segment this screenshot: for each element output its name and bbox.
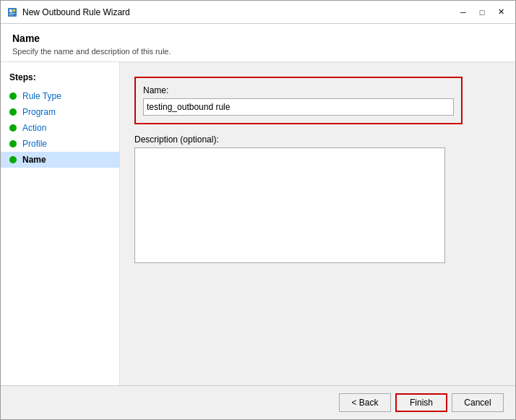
close-button[interactable]: ✕	[492, 4, 509, 20]
sidebar-item-profile[interactable]: Profile	[1, 136, 119, 152]
window-controls: ─ □ ✕	[455, 4, 509, 20]
window-icon	[7, 7, 18, 18]
step-dot-profile	[9, 140, 17, 147]
sidebar-label-action: Action	[22, 123, 46, 133]
step-dot-name	[9, 156, 17, 163]
description-textarea[interactable]	[134, 147, 445, 263]
footer: < Back Finish Cancel	[1, 385, 515, 419]
svg-rect-1	[9, 9, 12, 12]
main-content: Name: Description (optional):	[120, 62, 515, 385]
sidebar-item-name[interactable]: Name	[1, 152, 119, 168]
finish-button[interactable]: Finish	[395, 393, 447, 412]
svg-rect-3	[9, 13, 15, 14]
sidebar-label-profile: Profile	[22, 139, 47, 149]
step-dot-ruletype	[9, 93, 17, 100]
page-header: Name Specify the name and description of…	[1, 24, 515, 62]
maximize-button[interactable]: □	[473, 4, 491, 20]
window-title: New Outbound Rule Wizard	[22, 7, 455, 17]
sidebar-label-name: Name	[22, 155, 46, 165]
svg-rect-4	[9, 14, 13, 15]
sidebar-header: Steps:	[1, 69, 119, 88]
sidebar-label-program: Program	[22, 107, 56, 117]
sidebar-item-program[interactable]: Program	[1, 104, 119, 120]
minimize-button[interactable]: ─	[455, 4, 472, 20]
name-field-box: Name:	[134, 77, 463, 124]
sidebar-label-ruletype: Rule Type	[22, 91, 61, 101]
main-layout: Steps: Rule Type Program Action Profile	[1, 62, 515, 385]
window: New Outbound Rule Wizard ─ □ ✕ Name Spec…	[0, 0, 516, 420]
page-subtitle: Specify the name and description of this…	[12, 47, 504, 56]
step-dot-action	[9, 124, 17, 132]
sidebar-item-action[interactable]: Action	[1, 120, 119, 136]
step-dot-program	[9, 108, 17, 116]
description-label: Description (optional):	[134, 134, 501, 145]
sidebar: Steps: Rule Type Program Action Profile	[1, 62, 120, 385]
back-button[interactable]: < Back	[339, 393, 391, 412]
form-section: Name: Description (optional):	[134, 77, 501, 371]
cancel-button[interactable]: Cancel	[452, 393, 504, 412]
sidebar-item-ruletype[interactable]: Rule Type	[1, 88, 119, 104]
name-label: Name:	[143, 85, 454, 95]
title-bar: New Outbound Rule Wizard ─ □ ✕	[1, 1, 515, 24]
page-title: Name	[12, 33, 504, 44]
description-section: Description (optional):	[134, 134, 501, 265]
svg-rect-2	[13, 9, 15, 12]
name-input[interactable]	[143, 98, 454, 116]
